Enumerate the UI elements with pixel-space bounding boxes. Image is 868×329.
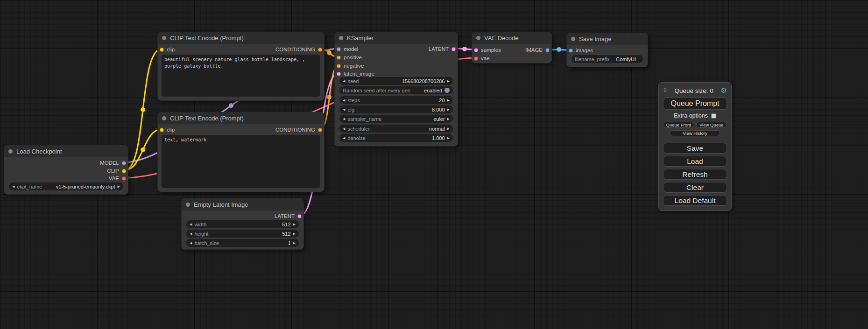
node-clip-text-encode-positive[interactable]: CLIP Text Encode (Prompt) clip CONDITION… bbox=[157, 32, 325, 101]
queue-prompt-button[interactable]: Queue Prompt bbox=[663, 98, 727, 110]
view-queue-button[interactable]: View Queue bbox=[696, 122, 727, 128]
node-titlebar[interactable]: Empty Latent Image bbox=[182, 199, 303, 210]
load-button[interactable]: Load bbox=[663, 156, 727, 167]
slot-conditioning-output[interactable]: CONDITIONING bbox=[275, 46, 322, 53]
collapse-dot-icon[interactable] bbox=[8, 149, 13, 154]
vae-slot-dot[interactable] bbox=[474, 56, 478, 61]
latent-slot-dot[interactable] bbox=[297, 214, 302, 218]
slot-latent-image-input[interactable]: latent_image bbox=[337, 70, 374, 77]
model-slot-dot[interactable] bbox=[337, 47, 341, 51]
height-widget[interactable]: ◀ height 512 ▶ bbox=[186, 230, 299, 238]
queue-panel[interactable]: ⠿ Queue size: 0 ⚙ Queue Prompt Extra opt… bbox=[658, 82, 732, 211]
arrow-left-icon[interactable]: ◀ bbox=[343, 136, 345, 140]
load-default-button[interactable]: Load Default bbox=[663, 195, 727, 206]
link-midpoint-dot[interactable] bbox=[141, 107, 145, 112]
slot-latent-output[interactable]: LATENT bbox=[275, 212, 302, 220]
clip-slot-dot[interactable] bbox=[160, 48, 164, 52]
node-empty-latent-image[interactable]: Empty Latent Image LATENT ◀ width 512 ▶ … bbox=[181, 198, 304, 250]
arrow-right-icon[interactable]: ▶ bbox=[447, 117, 450, 120]
arrow-left-icon[interactable]: ◀ bbox=[343, 79, 345, 83]
arrow-right-icon[interactable]: ▶ bbox=[293, 232, 296, 235]
conditioning-slot-dot[interactable] bbox=[318, 128, 322, 132]
node-titlebar[interactable]: VAE Decode bbox=[472, 32, 551, 44]
link-midpoint-dot[interactable] bbox=[327, 95, 332, 99]
extra-options-checkbox[interactable] bbox=[711, 113, 716, 119]
vae-slot-dot[interactable] bbox=[122, 176, 126, 181]
arrow-right-icon[interactable]: ▶ bbox=[447, 136, 450, 140]
node-titlebar[interactable]: Save Image bbox=[567, 33, 648, 45]
batch-size-widget[interactable]: ◀ batch_size 1 ▶ bbox=[186, 239, 299, 247]
collapse-dot-icon[interactable] bbox=[162, 36, 166, 40]
slot-negative-input[interactable]: negative bbox=[337, 62, 364, 70]
arrow-right-icon[interactable]: ▶ bbox=[118, 185, 120, 188]
seed-widget[interactable]: ◀ seed 156680208700286 ▶ bbox=[339, 77, 453, 85]
node-save-image[interactable]: Save Image images filename_prefix ComfyU… bbox=[566, 33, 648, 67]
arrow-right-icon[interactable]: ▶ bbox=[293, 241, 296, 245]
random-seed-toggle-widget[interactable]: Random seed after every gen enabled bbox=[339, 86, 453, 94]
arrow-left-icon[interactable]: ◀ bbox=[190, 241, 192, 245]
arrow-left-icon[interactable]: ◀ bbox=[12, 185, 14, 188]
model-slot-dot[interactable] bbox=[122, 161, 126, 165]
collapse-dot-icon[interactable] bbox=[476, 36, 480, 40]
filename-prefix-widget[interactable]: filename_prefix ComfyUI bbox=[572, 55, 643, 63]
arrow-right-icon[interactable]: ▶ bbox=[447, 79, 450, 83]
clear-button[interactable]: Clear bbox=[663, 182, 727, 193]
slot-vae-output[interactable]: VAE bbox=[109, 175, 126, 182]
arrow-left-icon[interactable]: ◀ bbox=[190, 232, 192, 235]
latent-slot-dot[interactable] bbox=[452, 47, 456, 51]
link-midpoint-dot[interactable] bbox=[557, 47, 561, 52]
image-slot-dot[interactable] bbox=[545, 48, 550, 52]
link-midpoint-dot[interactable] bbox=[141, 147, 145, 152]
slot-positive-input[interactable]: positive bbox=[337, 54, 362, 61]
node-ksampler[interactable]: KSampler model positive negative latent_… bbox=[334, 32, 458, 147]
arrow-left-icon[interactable]: ◀ bbox=[343, 127, 345, 130]
latent-slot-dot[interactable] bbox=[337, 72, 341, 76]
clip-slot-dot[interactable] bbox=[160, 128, 164, 132]
prompt-textarea[interactable]: beautiful scenery nature glass bottle la… bbox=[162, 55, 320, 97]
slot-clip-input[interactable]: clip bbox=[160, 126, 175, 133]
slot-model-input[interactable]: model bbox=[337, 45, 358, 53]
sampler-name-widget[interactable]: ◀ sampler_name euler ▶ bbox=[339, 115, 453, 123]
conditioning-slot-dot[interactable] bbox=[318, 48, 322, 52]
slot-latent-output[interactable]: LATENT bbox=[429, 45, 456, 53]
clip-slot-dot[interactable] bbox=[122, 169, 126, 173]
slot-model-output[interactable]: MODEL bbox=[100, 159, 126, 167]
slot-clip-input[interactable]: clip bbox=[160, 46, 175, 53]
scheduler-widget[interactable]: ◀ scheduler normal ▶ bbox=[339, 125, 453, 133]
toggle-knob[interactable] bbox=[445, 88, 450, 93]
arrow-right-icon[interactable]: ▶ bbox=[293, 223, 296, 226]
link-midpoint-dot[interactable] bbox=[462, 47, 467, 51]
node-titlebar[interactable]: Load Checkpoint bbox=[4, 146, 128, 157]
denoise-widget[interactable]: ◀ denoise 1.000 ▶ bbox=[339, 134, 453, 142]
slot-image-output[interactable]: IMAGE bbox=[525, 46, 550, 54]
slot-images-input[interactable]: images bbox=[569, 47, 593, 54]
refresh-button[interactable]: Refresh bbox=[663, 169, 727, 180]
view-history-button[interactable]: View History bbox=[670, 130, 720, 136]
collapse-dot-icon[interactable] bbox=[186, 203, 190, 207]
arrow-left-icon[interactable]: ◀ bbox=[343, 98, 345, 102]
collapse-dot-icon[interactable] bbox=[162, 116, 166, 120]
link-midpoint-dot[interactable] bbox=[229, 103, 233, 108]
image-slot-dot[interactable] bbox=[569, 49, 573, 53]
save-button[interactable]: Save bbox=[663, 143, 727, 154]
arrow-right-icon[interactable]: ▶ bbox=[447, 98, 450, 102]
node-load-checkpoint[interactable]: Load Checkpoint MODEL CLIP VAE ◀ ckpt_na… bbox=[4, 145, 128, 195]
node-clip-text-encode-negative[interactable]: CLIP Text Encode (Prompt) clip CONDITION… bbox=[157, 112, 325, 192]
settings-gear-icon[interactable]: ⚙ bbox=[721, 86, 727, 95]
drag-handle-icon[interactable]: ⠿ bbox=[663, 87, 667, 94]
conditioning-slot-dot[interactable] bbox=[337, 56, 341, 60]
arrow-right-icon[interactable]: ▶ bbox=[447, 108, 450, 111]
node-titlebar[interactable]: KSampler bbox=[335, 32, 458, 44]
node-titlebar[interactable]: CLIP Text Encode (Prompt) bbox=[158, 32, 324, 44]
collapse-dot-icon[interactable] bbox=[571, 37, 575, 41]
ckpt-name-widget[interactable]: ◀ ckpt_name v1-5-pruned-emaonly.ckpt ▶ bbox=[9, 182, 123, 190]
arrow-right-icon[interactable]: ▶ bbox=[447, 127, 450, 130]
cfg-widget[interactable]: ◀ cfg 8.000 ▶ bbox=[339, 105, 453, 113]
slot-clip-output[interactable]: CLIP bbox=[107, 167, 126, 175]
queue-front-button[interactable]: Queue Front bbox=[663, 122, 694, 128]
slot-vae-input[interactable]: vae bbox=[474, 55, 490, 62]
steps-widget[interactable]: ◀ steps 20 ▶ bbox=[339, 96, 453, 104]
slot-conditioning-output[interactable]: CONDITIONING bbox=[275, 126, 322, 133]
link-midpoint-dot[interactable] bbox=[327, 50, 332, 55]
node-vae-decode[interactable]: VAE Decode samples vae IMAGE bbox=[472, 32, 552, 63]
